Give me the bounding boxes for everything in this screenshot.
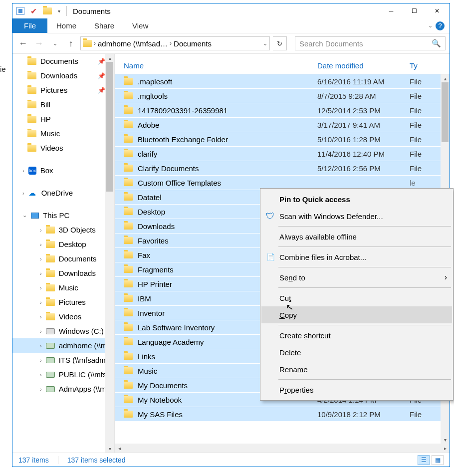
chevron-right-icon[interactable]: ›	[93, 40, 97, 47]
file-row[interactable]: Adobe 3/17/2017 9:41 AM File	[115, 118, 450, 132]
qat-properties-icon[interactable]	[16, 7, 24, 15]
nav-pc-child[interactable]: › AdmApps (\\mfs	[12, 382, 114, 396]
nav-pc-child[interactable]: › PUBLIC (\\mfsad	[12, 367, 114, 382]
nav-quick-item[interactable]: Bill	[12, 97, 114, 112]
scroll-up-icon[interactable]: ▴	[441, 74, 450, 82]
column-header-name[interactable]: Name	[124, 61, 317, 70]
expand-icon[interactable]: ›	[40, 343, 42, 349]
nav-pc-child[interactable]: › Videos	[12, 309, 114, 324]
ribbon-tab-share[interactable]: Share	[85, 18, 123, 33]
horizontal-scrollbar[interactable]: ◂ ▸	[115, 444, 450, 453]
nav-quick-item[interactable]: HP	[12, 112, 114, 126]
expand-icon[interactable]: ›	[40, 285, 42, 291]
view-thumbnails-button[interactable]: ▦	[432, 455, 444, 465]
qat-dropdown-icon[interactable]: ▾	[58, 8, 60, 14]
file-row[interactable]: 1417809203391-26359981 12/5/2014 2:53 PM…	[115, 103, 450, 118]
history-dropdown-icon[interactable]: ⌄	[48, 37, 61, 50]
scroll-left-icon[interactable]: ◂	[115, 446, 124, 451]
ribbon-collapse-icon[interactable]: ⌄	[428, 22, 433, 29]
box-icon: box	[28, 167, 36, 175]
help-icon[interactable]: ?	[436, 21, 445, 30]
nav-pc-child[interactable]: › Pictures	[12, 295, 114, 309]
search-input[interactable]: Search Documents 🔍	[295, 36, 446, 50]
nav-pc-child[interactable]: › Documents	[12, 251, 114, 266]
ctx-label: Combine files in Acrobat...	[279, 253, 366, 261]
nav-pc-child[interactable]: › Downloads	[12, 266, 114, 280]
up-button[interactable]: ↑	[64, 37, 77, 50]
scroll-thumb[interactable]	[442, 82, 449, 142]
nav-pc-child[interactable]: › Windows (C:)	[12, 324, 114, 338]
expand-icon[interactable]: ›	[22, 168, 24, 174]
scroll-up-icon[interactable]: ▴	[105, 54, 114, 62]
close-button[interactable]: ✕	[426, 3, 449, 18]
ctx-always-offline[interactable]: Always available offline	[261, 228, 452, 245]
nav-quick-item[interactable]: Music	[12, 126, 114, 141]
expand-icon[interactable]: ›	[40, 357, 42, 363]
nav-this-pc[interactable]: ⌄ This PC	[12, 208, 114, 223]
folder-icon	[124, 367, 133, 374]
forward-button[interactable]: →	[32, 37, 45, 50]
ctx-create-shortcut[interactable]: Create shortcut	[261, 327, 452, 344]
scroll-thumb[interactable]	[106, 62, 113, 192]
scroll-down-icon[interactable]: ▾	[105, 445, 114, 453]
ribbon-tab-view[interactable]: View	[123, 18, 157, 33]
ctx-scan-defender[interactable]: 🛡 Scan with Windows Defender...	[261, 208, 452, 225]
expand-icon[interactable]: ›	[40, 372, 42, 378]
nav-pc-child[interactable]: › Music	[12, 280, 114, 295]
file-row[interactable]: .mgltools 8/7/2015 9:28 AM File	[115, 89, 450, 103]
expand-icon[interactable]: ›	[40, 314, 42, 320]
view-details-button[interactable]: ☰	[418, 455, 430, 465]
file-tab[interactable]: File	[12, 18, 47, 33]
scroll-down-icon[interactable]: ▾	[441, 436, 450, 444]
nav-quick-item[interactable]: Downloads 📌	[12, 68, 114, 83]
ctx-send-to[interactable]: Send to ›	[261, 269, 452, 286]
qat-folder-icon[interactable]	[43, 7, 52, 14]
breadcrumb[interactable]: › admhome (\\mfsad… › Documents ⌄	[80, 36, 270, 50]
folder-icon	[124, 92, 133, 99]
expand-icon[interactable]: ›	[40, 328, 42, 334]
nav-scrollbar[interactable]: ▴ ▾	[105, 54, 114, 453]
expand-icon[interactable]: ›	[40, 270, 42, 276]
file-row[interactable]: Clarify Documents 5/12/2016 2:56 PM File	[115, 161, 450, 176]
expand-icon[interactable]: ›	[40, 227, 42, 233]
qat-check-icon[interactable]: ✔	[30, 6, 37, 16]
collapse-icon[interactable]: ⌄	[22, 212, 27, 219]
breadcrumb-part[interactable]: admhome (\\mfsad…	[98, 39, 168, 48]
ctx-delete[interactable]: Delete	[261, 344, 452, 361]
refresh-button[interactable]: ↻	[273, 36, 287, 50]
column-header-date[interactable]: Date modified	[317, 61, 410, 70]
nav-quick-item[interactable]: Pictures 📌	[12, 83, 114, 97]
ctx-properties[interactable]: Properties	[261, 381, 452, 398]
ribbon-tab-home[interactable]: Home	[47, 18, 85, 33]
search-placeholder: Search Documents	[299, 39, 363, 48]
file-row[interactable]: My SAS Files 10/9/2018 2:12 PM File	[115, 407, 450, 422]
nav-pc-child[interactable]: › ITS (\\mfsadm1\	[12, 353, 114, 367]
nav-box[interactable]: › box Box	[12, 163, 114, 178]
breadcrumb-dropdown-icon[interactable]: ⌄	[263, 40, 267, 47]
ctx-rename[interactable]: Rename	[261, 361, 452, 378]
file-row[interactable]: clarify 11/4/2016 12:40 PM File	[115, 147, 450, 161]
maximize-button[interactable]: ☐	[403, 3, 426, 18]
folder-icon	[124, 251, 133, 258]
scroll-right-icon[interactable]: ▸	[441, 446, 450, 451]
column-header-type[interactable]: Ty	[410, 61, 450, 70]
chevron-right-icon[interactable]: ›	[169, 40, 173, 47]
nav-pc-child[interactable]: › admhome (\\mfs	[12, 338, 114, 353]
nav-onedrive[interactable]: › ☁ OneDrive	[12, 186, 114, 200]
expand-icon[interactable]: ›	[40, 386, 42, 392]
file-row[interactable]: .maplesoft 6/16/2016 11:19 AM File	[115, 74, 450, 89]
nav-quick-item[interactable]: Documents 📌	[12, 54, 114, 68]
expand-icon[interactable]: ›	[40, 256, 42, 262]
nav-pc-child[interactable]: › Desktop	[12, 237, 114, 251]
expand-icon[interactable]: ›	[40, 299, 42, 305]
nav-pc-child[interactable]: › 3D Objects	[12, 223, 114, 237]
ctx-combine-acrobat[interactable]: 📄 Combine files in Acrobat...	[261, 248, 452, 265]
minimize-button[interactable]: ─	[380, 3, 403, 18]
back-button[interactable]: ←	[16, 37, 29, 50]
expand-icon[interactable]: ›	[40, 241, 42, 247]
breadcrumb-part[interactable]: Documents	[174, 39, 212, 48]
nav-quick-item[interactable]: Videos	[12, 141, 114, 155]
ctx-pin-quick-access[interactable]: Pin to Quick access	[261, 191, 452, 208]
expand-icon[interactable]: ›	[22, 190, 24, 196]
file-row[interactable]: Bluetooth Exchange Folder 5/10/2016 1:28…	[115, 132, 450, 147]
